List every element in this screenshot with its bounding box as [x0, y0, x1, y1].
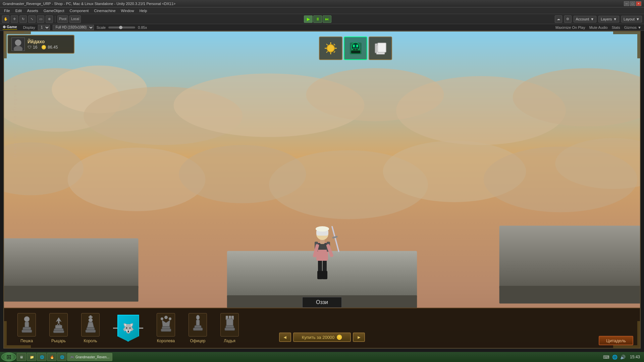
right-arrow-icon: ► — [357, 335, 361, 340]
maximize-on-play[interactable]: Maximize On Play — [555, 25, 585, 29]
korol-icon — [81, 313, 100, 337]
scale-thumb — [119, 26, 122, 29]
menu-gameobject[interactable]: GameObject — [41, 8, 67, 13]
coin-icon: 🪙 — [336, 335, 342, 340]
svg-point-52 — [353, 45, 355, 47]
svg-point-53 — [356, 45, 358, 47]
hud-armor-button[interactable] — [344, 37, 367, 60]
svg-rect-14 — [4, 238, 138, 289]
layers-dropdown[interactable]: Layers ▼ — [598, 16, 619, 22]
svg-line-48 — [334, 51, 335, 53]
step-button[interactable]: ⏭ — [323, 15, 331, 23]
svg-rect-84 — [226, 319, 233, 326]
menu-edit[interactable]: Edit — [13, 8, 24, 13]
svg-point-69 — [89, 318, 93, 322]
tool-scale[interactable]: ⤡ — [28, 15, 36, 23]
menu-cinemachine[interactable]: Cinemachine — [91, 8, 118, 13]
watermark: Demo Work in Progress — [12, 84, 17, 158]
chess-item-peshka[interactable]: Пешка — [11, 313, 43, 343]
tool-hand[interactable]: ✋ — [2, 15, 9, 23]
chess-item-korol[interactable]: Король — [74, 313, 106, 343]
taskbar-keyboard-icon: ⌨ — [603, 355, 609, 360]
svg-rect-76 — [161, 329, 171, 331]
menu-file[interactable]: File — [1, 8, 13, 13]
minimize-button[interactable]: ─ — [624, 1, 629, 6]
scale-slider[interactable] — [108, 26, 135, 28]
play-button[interactable]: ▶ — [304, 15, 313, 23]
citadel-button[interactable]: Цитадель — [599, 336, 633, 345]
resolution-select[interactable]: Full HD (644x362) — [53, 25, 94, 30]
arrow-left — [113, 328, 118, 329]
svg-point-37 — [15, 40, 21, 46]
gold-icon: 🪙 — [41, 45, 46, 50]
hud-sun-button[interactable] — [319, 37, 342, 60]
start-button[interactable]: ⊞ — [1, 353, 16, 361]
taskbar-icon-2: 🌐 — [40, 355, 44, 359]
buy-button[interactable]: Купить за 20000 🪙 — [293, 333, 351, 342]
display-select[interactable]: 1 — [38, 25, 50, 30]
svg-point-72 — [164, 316, 168, 319]
svg-rect-62 — [23, 327, 31, 330]
title-controls: ─ □ ✕ — [624, 1, 641, 6]
svg-rect-66 — [53, 330, 64, 333]
tool-rect[interactable]: ▭ — [37, 15, 44, 23]
menu-window[interactable]: Window — [118, 8, 137, 13]
player-level: 16 — [33, 45, 37, 50]
nav-right-button[interactable]: ► — [353, 333, 365, 342]
taskbar-item-0[interactable]: 🖥 — [17, 353, 26, 361]
taskbar-item-4[interactable]: 🌐 — [57, 353, 66, 361]
chess-item-banner[interactable]: 🐺 — [106, 313, 150, 343]
gizmos-dropdown[interactable]: Gizmos ▼ — [624, 25, 641, 29]
svg-rect-18 — [499, 226, 640, 289]
stats-btn[interactable]: Stats — [612, 25, 620, 29]
maximize-button[interactable]: □ — [630, 1, 635, 6]
taskbar-item-3[interactable]: 🔥 — [47, 353, 56, 361]
chess-item-ryzar[interactable]: Рыцарь — [43, 313, 74, 343]
mute-audio[interactable]: Mute Audio — [589, 25, 608, 29]
local-button[interactable]: Local — [69, 15, 81, 23]
center-icons — [74, 35, 637, 60]
tool-combined[interactable]: ⊕ — [46, 15, 53, 23]
taskbar-item-game[interactable]: 🎮 Grandmaster_Reven... — [67, 353, 112, 361]
layout-dropdown[interactable]: Layout ▼ — [621, 16, 642, 22]
title-bar: Grandmaster_Revenge_URP - Shop - PC, Mac… — [0, 0, 644, 7]
hud-shield-button[interactable] — [369, 37, 392, 60]
menu-bar: File Edit Assets GameObject Component Ci… — [0, 7, 644, 14]
svg-rect-86 — [225, 328, 235, 330]
pivot-button[interactable]: Pivot — [57, 15, 68, 23]
svg-point-31 — [316, 226, 329, 232]
svg-rect-61 — [25, 322, 29, 328]
svg-rect-19 — [499, 286, 640, 304]
taskbar-network-icon: 🌐 — [612, 355, 618, 360]
watermark-text: Demo Work in Progress — [12, 84, 17, 158]
svg-rect-68 — [89, 316, 93, 318]
layers-label: Layers — [601, 17, 612, 21]
character-sprite — [304, 216, 340, 283]
tool-move[interactable]: ✛ — [11, 15, 18, 23]
menu-help[interactable]: Help — [137, 8, 150, 13]
menu-assets[interactable]: Assets — [24, 8, 41, 13]
taskbar-item-1[interactable]: 📁 — [27, 353, 36, 361]
taskbar-item-2[interactable]: 🌐 — [37, 353, 46, 361]
menu-component[interactable]: Component — [67, 8, 91, 13]
title-text: Grandmaster_Revenge_URP - Shop - PC, Mac… — [3, 2, 624, 6]
game-viewport: Ййдахо 🛡 16 🪙 86.45 — [3, 31, 641, 349]
account-dropdown[interactable]: Account ▼ — [574, 16, 597, 22]
svg-rect-15 — [4, 286, 138, 302]
svg-point-74 — [169, 317, 171, 320]
settings-button[interactable]: ⚙ — [564, 15, 572, 23]
taskbar-icon-1: 📁 — [30, 355, 34, 359]
cloud-button[interactable]: ☁ — [555, 15, 562, 23]
svg-point-60 — [24, 316, 30, 322]
pause-button[interactable]: ⏸ — [313, 15, 322, 23]
svg-rect-59 — [378, 43, 386, 52]
nav-left-button[interactable]: ◄ — [279, 333, 291, 342]
player-gold: 86.45 — [48, 45, 58, 50]
svg-line-46 — [334, 44, 335, 45]
banner-arrows: 🐺 — [113, 313, 143, 343]
close-button[interactable]: ✕ — [636, 1, 641, 6]
layout-label: Layout — [624, 17, 635, 21]
game-tab[interactable]: ⊕ Game — [3, 25, 17, 30]
bottom-buttons: ◄ Купить за 20000 🪙 ► — [163, 332, 481, 345]
tool-rotate[interactable]: ↻ — [19, 15, 27, 23]
